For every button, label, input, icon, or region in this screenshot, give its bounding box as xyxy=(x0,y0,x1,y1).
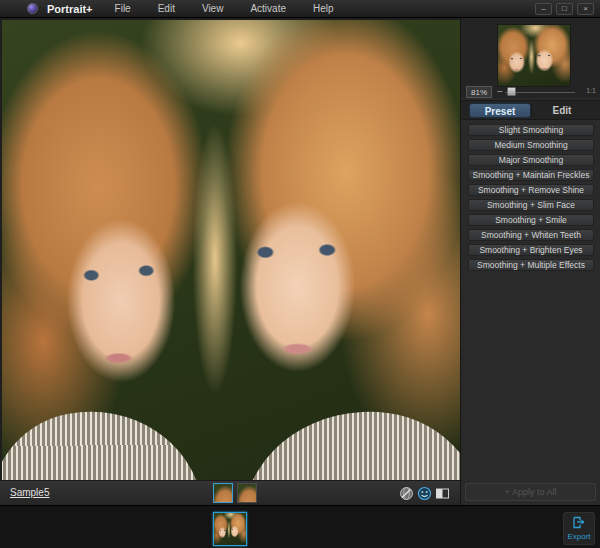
photo-canvas[interactable] xyxy=(2,20,460,480)
preset-remove-shine[interactable]: Smoothing + Remove Shine xyxy=(468,184,594,196)
zoom-controls: 81% − 1:1 xyxy=(461,84,600,100)
actual-size-button[interactable]: 1:1 xyxy=(586,87,596,94)
preset-maintain-freckles[interactable]: Smoothing + Maintain Freckles xyxy=(468,169,594,181)
filmstrip: Export xyxy=(0,505,600,548)
window-controls: – □ × xyxy=(535,3,594,15)
close-button[interactable]: × xyxy=(577,3,594,15)
preset-major-smoothing[interactable]: Major Smoothing xyxy=(468,154,594,166)
export-button[interactable]: Export xyxy=(563,512,595,545)
filmstrip-thumbnail[interactable] xyxy=(213,512,247,546)
zoom-slider-handle[interactable] xyxy=(507,87,516,96)
striped-shirt-right xyxy=(242,397,460,480)
menu-edit[interactable]: Edit xyxy=(158,1,175,16)
zoom-percentage: 81% xyxy=(466,86,492,98)
preset-slim-face[interactable]: Smoothing + Slim Face xyxy=(468,199,594,211)
menu-bar: Portrait+ File Edit View Activate Help –… xyxy=(0,0,600,18)
maximize-button[interactable]: □ xyxy=(556,3,573,15)
tab-preset[interactable]: Preset xyxy=(469,103,531,118)
preset-multiple-effects[interactable]: Smoothing + Multiple Effects xyxy=(468,259,594,271)
face-thumbnail-2[interactable] xyxy=(237,483,257,503)
export-label: Export xyxy=(564,532,594,541)
before-after-icon[interactable] xyxy=(435,486,450,501)
image-status-bar: Sample5 xyxy=(0,480,460,505)
app-title: Portrait+ xyxy=(47,3,93,15)
tab-edit[interactable]: Edit xyxy=(531,103,593,118)
minimize-button[interactable]: – xyxy=(535,3,552,15)
preset-slight-smoothing[interactable]: Slight Smoothing xyxy=(468,124,594,136)
app-window: Portrait+ File Edit View Activate Help –… xyxy=(0,0,600,548)
mode-tabs: Preset Edit xyxy=(461,100,600,120)
preset-smile[interactable]: Smoothing + Smile xyxy=(468,214,594,226)
apply-to-all-button[interactable]: + Apply to All xyxy=(465,483,596,501)
menu-help[interactable]: Help xyxy=(313,1,334,16)
preset-brighten-eyes[interactable]: Smoothing + Brighten Eyes xyxy=(468,244,594,256)
striped-shirt-left xyxy=(2,394,203,480)
preset-medium-smoothing[interactable]: Medium Smoothing xyxy=(468,139,594,151)
menu-view[interactable]: View xyxy=(202,1,224,16)
face-thumbnail-1[interactable] xyxy=(213,483,233,503)
navigator-thumbnail[interactable] xyxy=(497,24,571,87)
zoom-out-button[interactable]: − xyxy=(497,86,503,98)
export-icon xyxy=(572,516,586,529)
preset-whiten-teeth[interactable]: Smoothing + Whiten Teeth xyxy=(468,229,594,241)
app-logo-icon xyxy=(27,3,38,14)
portrait-photo xyxy=(2,20,460,480)
menu-file[interactable]: File xyxy=(115,1,131,16)
mask-view-icon[interactable] xyxy=(399,486,414,501)
right-panel: 81% − 1:1 Preset Edit Slight Smoothing M… xyxy=(460,18,600,505)
menu-activate[interactable]: Activate xyxy=(250,1,286,16)
smiley-adjust-icon[interactable] xyxy=(417,486,432,501)
filename-link[interactable]: Sample5 xyxy=(10,487,49,498)
preset-list: Slight Smoothing Medium Smoothing Major … xyxy=(461,124,600,274)
plus-icon: + xyxy=(505,487,510,497)
